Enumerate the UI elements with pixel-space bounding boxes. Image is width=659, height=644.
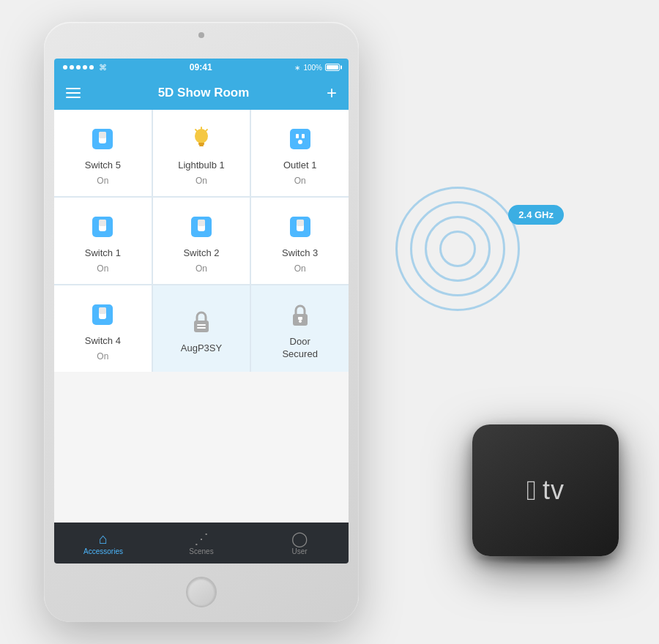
dot-4 bbox=[83, 65, 87, 70]
tab-scenes[interactable]: ⋰ Scenes bbox=[152, 523, 250, 564]
augp3sy-icon bbox=[185, 306, 217, 338]
outlet1-status: On bbox=[294, 176, 306, 186]
tab-user[interactable]: ◯ User bbox=[250, 523, 349, 564]
page-title: 5D Show Room bbox=[158, 86, 250, 100]
dot-2 bbox=[70, 65, 74, 70]
signal-dots: ⌘ bbox=[63, 63, 107, 72]
augp3sy-label: AugP3SY bbox=[181, 342, 222, 355]
svg-rect-11 bbox=[302, 134, 305, 138]
status-time: 09:41 bbox=[190, 62, 212, 72]
lightbulb1-status: On bbox=[196, 176, 207, 186]
svg-rect-29 bbox=[298, 317, 302, 320]
hamburger-line-3 bbox=[66, 97, 81, 98]
status-bar: ⌘ 09:41 ∗ 100% bbox=[54, 59, 349, 76]
battery-text: 100% bbox=[303, 64, 322, 72]
scenes-icon: ⋰ bbox=[194, 531, 209, 546]
dot-5 bbox=[89, 65, 94, 70]
switch3-label: Switch 3 bbox=[282, 247, 318, 260]
hamburger-line-2 bbox=[66, 92, 81, 94]
battery-icon bbox=[325, 64, 340, 71]
app-header: 5D Show Room + bbox=[54, 76, 349, 110]
switch1-label: Switch 1 bbox=[85, 247, 121, 260]
wifi-signal bbox=[399, 190, 516, 307]
svg-point-12 bbox=[298, 140, 302, 144]
switch4-status: On bbox=[97, 351, 108, 362]
frequency-badge: 2.4 GHz bbox=[508, 205, 564, 225]
apple-tv-device:  tv bbox=[472, 424, 619, 556]
switch1-icon bbox=[86, 211, 119, 243]
switch2-icon bbox=[185, 211, 217, 243]
wifi-arc-4 bbox=[395, 187, 520, 311]
switch3-icon bbox=[284, 211, 316, 243]
svg-rect-18 bbox=[198, 220, 205, 226]
accessories-label: Accessories bbox=[83, 547, 123, 555]
ipad-device: ⌘ 09:41 ∗ 100% 5D Show Room + bbox=[44, 22, 359, 622]
svg-rect-27 bbox=[197, 327, 206, 329]
cell-switch3[interactable]: Switch 3 On bbox=[251, 198, 349, 284]
svg-rect-10 bbox=[296, 134, 299, 138]
svg-rect-21 bbox=[297, 220, 304, 226]
switch4-label: Switch 4 bbox=[85, 335, 121, 348]
svg-rect-25 bbox=[194, 321, 209, 332]
dot-3 bbox=[76, 65, 81, 70]
switch5-label: Switch 5 bbox=[85, 160, 121, 172]
ipad-screen: ⌘ 09:41 ∗ 100% 5D Show Room + bbox=[54, 59, 349, 564]
tab-bar: ⌂ Accessories ⋰ Scenes ◯ User bbox=[54, 523, 349, 564]
door-label: DoorSecured bbox=[282, 336, 317, 361]
device-grid: Switch 5 On Lightbulb 1 On bbox=[54, 110, 349, 372]
cell-lightbulb1[interactable]: Lightbulb 1 On bbox=[153, 110, 250, 196]
cell-switch1[interactable]: Switch 1 On bbox=[54, 198, 152, 284]
svg-point-30 bbox=[299, 320, 302, 323]
status-right: ∗ 100% bbox=[294, 64, 340, 72]
hamburger-line-1 bbox=[66, 88, 81, 89]
switch5-status: On bbox=[97, 176, 108, 186]
switch1-status: On bbox=[97, 263, 108, 274]
svg-line-7 bbox=[196, 130, 197, 131]
tab-accessories[interactable]: ⌂ Accessories bbox=[54, 523, 152, 564]
wifi-icon: ⌘ bbox=[99, 63, 107, 72]
cell-switch2[interactable]: Switch 2 On bbox=[153, 198, 250, 284]
accessories-icon: ⌂ bbox=[99, 531, 108, 546]
svg-rect-15 bbox=[99, 220, 106, 226]
svg-rect-9 bbox=[290, 129, 310, 149]
cell-augp3sy[interactable]: AugP3SY bbox=[153, 285, 250, 372]
outlet1-icon bbox=[284, 123, 316, 155]
apple-icon:  bbox=[526, 476, 537, 504]
door-icon bbox=[284, 299, 316, 332]
outlet1-label: Outlet 1 bbox=[283, 160, 317, 172]
home-button[interactable] bbox=[186, 577, 217, 607]
cell-switch4[interactable]: Switch 4 On bbox=[54, 285, 152, 372]
svg-rect-5 bbox=[199, 145, 204, 146]
switch2-label: Switch 2 bbox=[183, 247, 219, 260]
switch3-status: On bbox=[294, 263, 306, 274]
cell-outlet1[interactable]: Outlet 1 On bbox=[251, 110, 349, 196]
dot-1 bbox=[63, 65, 67, 70]
svg-rect-24 bbox=[99, 307, 106, 314]
ipad-camera bbox=[198, 32, 204, 38]
svg-line-8 bbox=[206, 130, 207, 131]
bluetooth-icon: ∗ bbox=[294, 64, 300, 72]
battery-fill bbox=[327, 65, 338, 70]
scenes-label: Scenes bbox=[189, 547, 213, 555]
svg-rect-4 bbox=[198, 143, 204, 145]
add-button[interactable]: + bbox=[327, 84, 337, 102]
svg-rect-2 bbox=[99, 132, 106, 138]
lightbulb1-label: Lightbulb 1 bbox=[178, 160, 225, 172]
menu-button[interactable] bbox=[66, 88, 81, 98]
lightbulb1-icon bbox=[185, 123, 217, 155]
switch5-icon bbox=[86, 123, 119, 155]
tv-label: tv bbox=[543, 475, 565, 506]
cell-door[interactable]: DoorSecured bbox=[251, 285, 349, 372]
cell-switch5[interactable]: Switch 5 On bbox=[54, 110, 152, 196]
apple-tv-logo:  tv bbox=[526, 475, 565, 506]
switch2-status: On bbox=[196, 263, 207, 274]
switch4-icon bbox=[86, 299, 119, 331]
user-label: User bbox=[291, 547, 307, 555]
svg-rect-26 bbox=[197, 324, 206, 326]
user-icon: ◯ bbox=[291, 531, 308, 546]
